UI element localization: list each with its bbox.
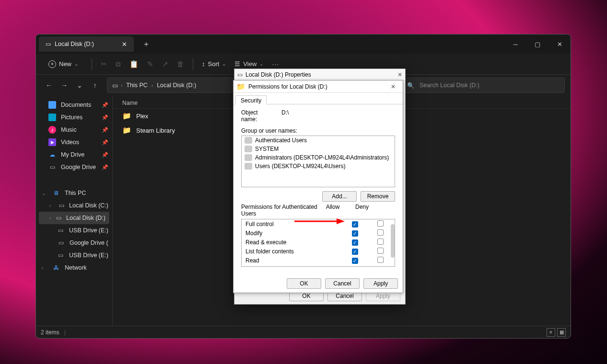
back-button[interactable]: ← (45, 81, 53, 89)
deny-checkbox[interactable] (370, 220, 391, 228)
add-button[interactable]: Add... (322, 191, 357, 202)
allow-checkbox[interactable]: ✓ (340, 257, 370, 264)
tiles-view-icon[interactable]: ▦ (557, 328, 566, 337)
rename-icon[interactable]: ✎ (147, 60, 153, 68)
status-text: 2 items (41, 329, 59, 336)
more-icon[interactable]: ⋯ (272, 60, 279, 68)
maximize-button[interactable]: ▢ (526, 35, 549, 53)
ok-button[interactable]: OK (287, 278, 321, 289)
users-icon (245, 154, 252, 161)
close-icon[interactable]: ✕ (386, 83, 400, 90)
sidebar-item-label: Local Disk (D:) (66, 215, 105, 221)
groups-listbox[interactable]: Authenticated Users SYSTEM Administrator… (241, 136, 395, 187)
drive-icon: ▭ (56, 214, 61, 222)
scrollbar[interactable] (391, 224, 395, 258)
window-tab[interactable]: ▭ Local Disk (D:) ✕ (39, 36, 134, 52)
dialog-titlebar[interactable]: ▭ Local Disk (D:) Properties ✕ (234, 69, 405, 80)
window-controls: ─ ▢ ✕ (504, 35, 571, 53)
sidebar-item-label: Local Disk (C:) (69, 202, 108, 209)
tab-bar: ▭ Local Disk (D:) ✕ ＋ ─ ▢ ✕ (36, 34, 571, 54)
sidebar-drive-c[interactable]: ›▭Local Disk (C:) (36, 199, 112, 212)
object-name-value: D:\ (281, 109, 289, 123)
sidebar-drive-g[interactable]: ▭Google Drive ( (36, 237, 112, 249)
up-button[interactable]: ↑ (91, 81, 99, 89)
drive-icon: ▭ (58, 202, 64, 209)
copy-icon[interactable]: ⧉ (116, 60, 121, 68)
permissions-for-label: Permissions for Authenticated Users (241, 204, 318, 217)
allow-checkbox[interactable]: ✓ (340, 230, 370, 237)
allow-checkbox[interactable]: ✓ (340, 248, 370, 255)
cut-icon[interactable]: ✂ (101, 60, 107, 68)
tab-security[interactable]: Security (235, 95, 267, 104)
details-view-icon[interactable]: ≡ (547, 328, 555, 337)
sidebar-item-mydrive[interactable]: ☁My Drive📌 (36, 148, 112, 161)
sidebar-drive-e2[interactable]: ▭USB Drive (E:) (36, 249, 112, 262)
chevron-down-icon: ⌄ (74, 61, 78, 67)
deny-checkbox[interactable] (370, 257, 391, 264)
permission-name: Read & execute (245, 239, 340, 246)
search-placeholder: Search Local Disk (D:) (420, 82, 479, 89)
sidebar-item-videos[interactable]: ▶Videos📌 (36, 136, 112, 148)
sidebar-item-googledrive[interactable]: ▭Google Drive📌 (36, 161, 112, 173)
object-name-label: Object name: (241, 109, 275, 123)
sidebar-item-music[interactable]: ♪Music📌 (36, 124, 112, 136)
permission-row: List folder contents✓ (242, 247, 395, 256)
list-item[interactable]: Authenticated Users (242, 136, 395, 145)
item-name: Plex (136, 113, 148, 120)
pin-icon: 📌 (102, 127, 108, 133)
deny-checkbox[interactable] (370, 239, 391, 246)
group-label: Authenticated Users (255, 137, 307, 144)
svg-marker-1 (337, 218, 345, 224)
cloud-icon: ☁ (48, 151, 56, 159)
sidebar-item-thispc[interactable]: ⌄🖥This PC (36, 187, 112, 199)
group-label: Administrators (DESKTOP-LM924L4\Administ… (255, 154, 389, 161)
videos-icon: ▶ (48, 138, 56, 146)
delete-icon[interactable]: 🗑 (177, 60, 184, 68)
allow-checkbox[interactable]: ✓ (340, 239, 370, 246)
close-tab-icon[interactable]: ✕ (122, 41, 127, 48)
allow-header: Allow (318, 204, 348, 217)
sidebar: Documents📌 Pictures📌 ♪Music📌 ▶Videos📌 ☁M… (36, 96, 113, 326)
permission-row: Modify✓ (242, 228, 395, 238)
search-input[interactable]: 🔍 Search Local Disk (D:) (402, 78, 565, 93)
view-icon: ☰ (234, 60, 240, 68)
tab-title: Local Disk (D:) (55, 41, 94, 47)
deny-checkbox[interactable] (370, 229, 391, 237)
sidebar-drive-e1[interactable]: ▭USB Drive (E:) (36, 224, 112, 237)
dialog-title: Local Disk (D:) Properties (245, 71, 311, 78)
sidebar-item-label: Pictures (61, 114, 82, 121)
dialog-titlebar[interactable]: 📁 Permissions for Local Disk (D:) ✕ (233, 80, 403, 93)
sidebar-item-pictures[interactable]: Pictures📌 (36, 111, 112, 124)
permissions-table: Full control✓Modify✓Read & execute✓List … (241, 219, 395, 267)
view-label: View (243, 60, 257, 68)
recent-button[interactable]: ⌄ (75, 81, 84, 89)
deny-checkbox[interactable] (370, 248, 391, 255)
permission-name: Read (245, 257, 340, 264)
sidebar-item-label: Music (61, 126, 77, 133)
sidebar-item-network[interactable]: ›🖧Network (36, 262, 112, 274)
drive-icon: ▭ (57, 227, 64, 234)
remove-button[interactable]: Remove (361, 191, 395, 202)
minimize-button[interactable]: ─ (504, 35, 526, 53)
list-item[interactable]: Users (DESKTOP-LM924L4\Users) (242, 162, 395, 171)
users-icon (245, 163, 252, 170)
apply-button[interactable]: Apply (363, 278, 398, 289)
sort-button[interactable]: ↕ Sort ⌄ (202, 60, 226, 68)
breadcrumb-drive[interactable]: Local Disk (D:) (156, 81, 197, 90)
cancel-button[interactable]: Cancel (325, 278, 360, 289)
breadcrumb-thispc[interactable]: This PC (125, 81, 148, 90)
paste-icon[interactable]: 📋 (129, 60, 139, 68)
view-button[interactable]: ☰ View ⌄ (234, 60, 263, 68)
forward-button[interactable]: → (60, 81, 69, 89)
sidebar-item-documents[interactable]: Documents📌 (36, 99, 112, 111)
chevron-down-icon: ⌄ (222, 61, 226, 67)
list-item[interactable]: SYSTEM (242, 145, 395, 153)
window-close-button[interactable]: ✕ (549, 35, 571, 53)
share-icon[interactable]: ↗ (162, 60, 168, 68)
list-item[interactable]: Administrators (DESKTOP-LM924L4\Administ… (242, 153, 395, 162)
new-button[interactable]: + New ⌄ (44, 58, 83, 70)
new-tab-button[interactable]: ＋ (142, 39, 150, 49)
sidebar-drive-d[interactable]: ›▭Local Disk (D:) (39, 212, 109, 224)
close-icon[interactable]: ✕ (397, 71, 402, 78)
search-icon: 🔍 (407, 82, 415, 89)
